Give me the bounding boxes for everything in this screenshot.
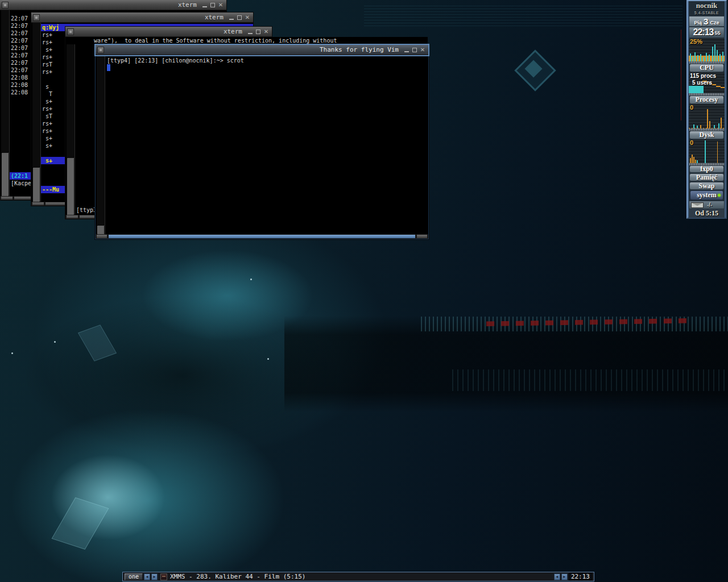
window-title: Thanks for flying Vim	[104, 45, 403, 55]
cpu-usage: 25%	[690, 38, 702, 45]
processes-label[interactable]: Procesy	[689, 95, 724, 104]
terminal-body[interactable]: [ttyp4] [22:13] [chilon@nocnik]:~> scrot	[96, 55, 428, 234]
memory-label[interactable]: Pamięć	[689, 173, 724, 181]
date-display[interactable]: Pią 3 Cze	[689, 16, 725, 27]
arrow-left-icon: ◂	[556, 575, 558, 579]
wallpaper-sparkle	[54, 341, 56, 343]
system-monitor-panel: nocnik 5.4-STABLE Pią 3 Cze 22:13 55 25%…	[686, 0, 727, 219]
user-count: 5 users	[692, 80, 712, 86]
day: 3	[704, 16, 708, 26]
processes-chart[interactable]: 0	[689, 104, 725, 128]
window-menu-icon[interactable]	[33, 14, 40, 21]
shell-prompt-line: [ttyp4] [22:13] [chilon@nocnik]:~> scrot	[106, 57, 428, 64]
scrollbar-thumb[interactable]	[97, 226, 104, 234]
scrollbar-thumb[interactable]	[2, 153, 9, 196]
arrow-left-icon: ◂	[146, 575, 148, 579]
resize-handle[interactable]	[32, 202, 44, 205]
window-menu-icon[interactable]	[2, 2, 9, 9]
disk-chart[interactable]: 0	[689, 139, 725, 164]
swap-label[interactable]: Swap	[689, 182, 724, 190]
status-led	[718, 194, 721, 197]
close-icon[interactable]: ✕	[419, 46, 427, 54]
workspace-next-button[interactable]: ▸	[151, 573, 158, 580]
window-title: xterm	[9, 0, 201, 10]
network-label[interactable]: fxp0	[689, 165, 724, 173]
hostname: nocnik	[689, 1, 725, 10]
envelope-icon	[691, 202, 704, 208]
mail-count: -/-	[707, 202, 712, 208]
processes-value: 0	[690, 104, 693, 111]
titlebar[interactable]: xterm ✕	[0, 0, 226, 10]
taskbar-clock: 22:13	[569, 573, 592, 580]
resize-handle[interactable]	[417, 235, 427, 238]
maximize-icon[interactable]	[411, 46, 419, 54]
wallpaper-hatch-streak-2	[452, 369, 728, 391]
taskbar: one ◂ ▸ XMMS - 283. Kaliber 44 - Film (5…	[122, 572, 594, 581]
titlebar[interactable]: xterm ✕	[65, 27, 272, 37]
terminal-cursor	[107, 64, 110, 71]
workspace-button[interactable]: one	[125, 573, 143, 580]
cpu-label[interactable]: CPU	[689, 64, 724, 72]
window-xterm-vim: Thanks for flying Vim ✕ [ttyp4] [22:13] …	[95, 44, 429, 239]
window-title: xterm	[40, 13, 228, 23]
minimize-icon[interactable]	[403, 46, 411, 54]
task-title: XMMS - 283. Kaliber 44 - Film (5:15)	[170, 573, 305, 580]
resize-handle[interactable]	[97, 235, 107, 238]
close-icon[interactable]: ✕	[217, 1, 225, 9]
system-button-label: system	[697, 191, 717, 199]
wallpaper-sparkle	[267, 358, 269, 360]
maximize-icon[interactable]	[254, 28, 262, 36]
mail-monitor[interactable]: -/-	[689, 201, 725, 209]
system-button[interactable]: system	[690, 190, 723, 200]
arrow-right-icon: ▸	[563, 575, 565, 579]
window-bottom-border[interactable]	[96, 234, 428, 239]
scrollbar-thumb[interactable]	[67, 158, 74, 215]
clock-time: 22:13	[693, 27, 714, 38]
wallpaper-red-line	[681, 30, 681, 120]
scrollbar[interactable]	[97, 55, 105, 234]
minimize-icon[interactable]	[228, 14, 235, 22]
resize-handle[interactable]	[67, 215, 78, 218]
maximize-icon[interactable]	[235, 14, 243, 22]
titlebar-active[interactable]: Thanks for flying Vim ✕	[96, 45, 428, 55]
minimize-icon[interactable]	[201, 1, 209, 9]
taskbar-scroll-right-button[interactable]: ▸	[561, 573, 568, 580]
cpu-chart[interactable]: 25%	[689, 38, 725, 61]
process-count: 115 procs	[690, 73, 716, 80]
active-bottom-bar[interactable]	[109, 235, 415, 238]
window-menu-icon[interactable]	[67, 28, 74, 35]
arrow-right-icon: ▸	[153, 575, 155, 579]
taskbar-task-xmms[interactable]: XMMS - 283. Kaliber 44 - Film (5:15)	[159, 573, 307, 580]
maximize-icon[interactable]	[209, 1, 217, 9]
license-text-line: ware"), to deal in the Software without …	[65, 37, 428, 44]
os-version: 5.4-STABLE	[689, 10, 725, 16]
workspace-prev-button[interactable]: ◂	[144, 573, 150, 580]
resize-handle[interactable]	[1, 197, 13, 199]
month: Cze	[710, 20, 719, 26]
uptime: Od 5:15	[689, 209, 725, 218]
clock-seconds: 55	[714, 30, 720, 36]
taskbar-scroll-left-button[interactable]: ◂	[554, 573, 560, 580]
xmms-icon	[160, 573, 167, 580]
scrollbar[interactable]	[32, 23, 41, 202]
minimize-icon[interactable]	[246, 28, 254, 36]
wallpaper-sparkle	[250, 278, 252, 280]
scrollbar-thumb[interactable]	[33, 168, 40, 202]
clock-display[interactable]: 22:13 55	[689, 27, 725, 38]
resize-handle[interactable]	[46, 202, 68, 205]
disk-label[interactable]: Dysk	[689, 131, 724, 139]
wallpaper-sparkle	[11, 352, 13, 354]
wallpaper-top-streaks	[364, 3, 682, 26]
scrollbar[interactable]	[1, 10, 10, 196]
close-icon[interactable]: ✕	[262, 28, 270, 36]
window-title: xterm	[74, 27, 246, 37]
disk-value: 0	[690, 139, 693, 147]
window-menu-icon[interactable]	[97, 47, 104, 53]
titlebar[interactable]: xterm ✕	[31, 13, 253, 23]
close-icon[interactable]: ✕	[243, 14, 251, 22]
scrollbar[interactable]	[67, 37, 75, 215]
proc-users-chart[interactable]: 115 procs 5 users	[689, 72, 725, 93]
weekday: Pią	[694, 20, 702, 26]
